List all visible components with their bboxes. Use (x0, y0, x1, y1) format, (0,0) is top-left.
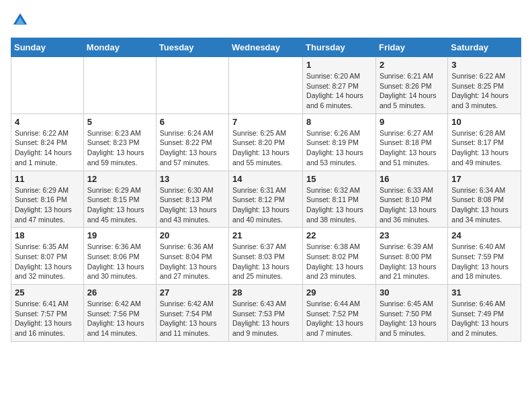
day-number: 27 (160, 287, 225, 298)
day-info: Sunrise: 6:29 AM Sunset: 8:15 PM Dayligh… (87, 185, 152, 225)
day-of-week-header: Tuesday (156, 38, 228, 57)
day-number: 7 (232, 117, 299, 127)
day-number: 13 (160, 174, 225, 184)
day-info: Sunrise: 6:28 AM Sunset: 8:17 PM Dayligh… (451, 128, 517, 168)
calendar-day-cell: 23Sunrise: 6:39 AM Sunset: 8:00 PM Dayli… (375, 228, 447, 285)
day-number: 18 (15, 230, 80, 240)
day-info: Sunrise: 6:21 AM Sunset: 8:26 PM Dayligh… (380, 71, 444, 111)
day-number: 24 (451, 230, 517, 240)
day-info: Sunrise: 6:27 AM Sunset: 8:18 PM Dayligh… (380, 128, 444, 168)
day-number: 28 (232, 287, 299, 298)
day-number: 26 (87, 287, 152, 298)
calendar-day-cell (229, 57, 303, 114)
calendar-day-cell (83, 57, 156, 114)
day-number: 6 (160, 117, 225, 127)
day-number: 9 (380, 117, 444, 127)
logo (11, 11, 32, 30)
calendar-week-row: 25Sunrise: 6:41 AM Sunset: 7:57 PM Dayli… (11, 285, 521, 342)
day-of-week-header: Wednesday (229, 38, 303, 57)
calendar-day-cell: 3Sunrise: 6:22 AM Sunset: 8:25 PM Daylig… (448, 57, 521, 114)
calendar-day-cell: 8Sunrise: 6:26 AM Sunset: 8:19 PM Daylig… (303, 113, 376, 171)
calendar-day-cell: 14Sunrise: 6:31 AM Sunset: 8:12 PM Dayli… (229, 171, 303, 228)
calendar-day-cell: 21Sunrise: 6:37 AM Sunset: 8:03 PM Dayli… (229, 228, 303, 285)
day-number: 19 (87, 230, 152, 240)
calendar-day-cell: 26Sunrise: 6:42 AM Sunset: 7:56 PM Dayli… (83, 285, 156, 342)
day-info: Sunrise: 6:41 AM Sunset: 7:57 PM Dayligh… (15, 299, 80, 338)
calendar-day-cell: 2Sunrise: 6:21 AM Sunset: 8:26 PM Daylig… (375, 57, 447, 114)
calendar-body: 1Sunrise: 6:20 AM Sunset: 8:27 PM Daylig… (11, 57, 521, 342)
day-number: 20 (160, 230, 225, 240)
day-number: 5 (87, 117, 152, 127)
day-info: Sunrise: 6:44 AM Sunset: 7:52 PM Dayligh… (306, 299, 372, 338)
day-of-week-header: Friday (375, 38, 447, 57)
calendar-day-cell: 7Sunrise: 6:25 AM Sunset: 8:20 PM Daylig… (229, 113, 303, 171)
day-info: Sunrise: 6:36 AM Sunset: 8:06 PM Dayligh… (87, 242, 152, 281)
day-info: Sunrise: 6:42 AM Sunset: 7:54 PM Dayligh… (160, 299, 225, 338)
day-info: Sunrise: 6:26 AM Sunset: 8:19 PM Dayligh… (306, 128, 372, 168)
calendar-day-cell (11, 57, 84, 114)
calendar-day-cell: 17Sunrise: 6:34 AM Sunset: 8:08 PM Dayli… (448, 171, 521, 228)
calendar-day-cell: 20Sunrise: 6:36 AM Sunset: 8:04 PM Dayli… (156, 228, 228, 285)
day-number: 4 (15, 117, 80, 127)
calendar-day-cell: 13Sunrise: 6:30 AM Sunset: 8:13 PM Dayli… (156, 171, 228, 228)
calendar-day-cell: 16Sunrise: 6:33 AM Sunset: 8:10 PM Dayli… (375, 171, 447, 228)
day-info: Sunrise: 6:34 AM Sunset: 8:08 PM Dayligh… (451, 185, 517, 225)
day-number: 3 (451, 60, 517, 70)
calendar-day-cell: 31Sunrise: 6:46 AM Sunset: 7:49 PM Dayli… (448, 285, 521, 342)
day-of-week-header: Monday (83, 38, 156, 57)
day-info: Sunrise: 6:37 AM Sunset: 8:03 PM Dayligh… (232, 242, 299, 281)
day-number: 30 (380, 287, 444, 298)
day-number: 11 (15, 174, 80, 184)
calendar-week-row: 1Sunrise: 6:20 AM Sunset: 8:27 PM Daylig… (11, 57, 521, 114)
calendar-header: SundayMondayTuesdayWednesdayThursdayFrid… (11, 38, 521, 57)
calendar-day-cell: 15Sunrise: 6:32 AM Sunset: 8:11 PM Dayli… (303, 171, 376, 228)
day-info: Sunrise: 6:33 AM Sunset: 8:10 PM Dayligh… (380, 185, 444, 225)
day-info: Sunrise: 6:36 AM Sunset: 8:04 PM Dayligh… (160, 242, 225, 281)
calendar-day-cell: 24Sunrise: 6:40 AM Sunset: 7:59 PM Dayli… (448, 228, 521, 285)
calendar-week-row: 11Sunrise: 6:29 AM Sunset: 8:16 PM Dayli… (11, 171, 521, 228)
day-info: Sunrise: 6:43 AM Sunset: 7:53 PM Dayligh… (232, 299, 299, 338)
calendar-day-cell: 22Sunrise: 6:38 AM Sunset: 8:02 PM Dayli… (303, 228, 376, 285)
day-number: 17 (451, 174, 517, 184)
day-number: 23 (380, 230, 444, 240)
calendar-day-cell: 10Sunrise: 6:28 AM Sunset: 8:17 PM Dayli… (448, 113, 521, 171)
calendar-week-row: 18Sunrise: 6:35 AM Sunset: 8:07 PM Dayli… (11, 228, 521, 285)
day-info: Sunrise: 6:22 AM Sunset: 8:25 PM Dayligh… (451, 71, 517, 111)
calendar-day-cell: 5Sunrise: 6:23 AM Sunset: 8:23 PM Daylig… (83, 113, 156, 171)
day-info: Sunrise: 6:45 AM Sunset: 7:50 PM Dayligh… (380, 299, 444, 338)
day-of-week-header: Thursday (303, 38, 376, 57)
calendar-day-cell: 25Sunrise: 6:41 AM Sunset: 7:57 PM Dayli… (11, 285, 84, 342)
day-info: Sunrise: 6:42 AM Sunset: 7:56 PM Dayligh… (87, 299, 152, 338)
day-number: 2 (380, 60, 444, 70)
day-number: 15 (306, 174, 372, 184)
header (11, 11, 521, 30)
day-info: Sunrise: 6:46 AM Sunset: 7:49 PM Dayligh… (451, 299, 517, 338)
calendar-day-cell: 11Sunrise: 6:29 AM Sunset: 8:16 PM Dayli… (11, 171, 84, 228)
day-info: Sunrise: 6:35 AM Sunset: 8:07 PM Dayligh… (15, 242, 80, 281)
day-info: Sunrise: 6:22 AM Sunset: 8:24 PM Dayligh… (15, 128, 80, 168)
calendar-day-cell: 29Sunrise: 6:44 AM Sunset: 7:52 PM Dayli… (303, 285, 376, 342)
day-number: 16 (380, 174, 444, 184)
calendar-day-cell: 1Sunrise: 6:20 AM Sunset: 8:27 PM Daylig… (303, 57, 376, 114)
day-info: Sunrise: 6:25 AM Sunset: 8:20 PM Dayligh… (232, 128, 299, 168)
calendar-day-cell: 18Sunrise: 6:35 AM Sunset: 8:07 PM Dayli… (11, 228, 84, 285)
calendar-week-row: 4Sunrise: 6:22 AM Sunset: 8:24 PM Daylig… (11, 113, 521, 171)
day-of-week-header: Saturday (448, 38, 521, 57)
calendar-day-cell: 27Sunrise: 6:42 AM Sunset: 7:54 PM Dayli… (156, 285, 228, 342)
calendar-day-cell: 12Sunrise: 6:29 AM Sunset: 8:15 PM Dayli… (83, 171, 156, 228)
day-number: 8 (306, 117, 372, 127)
day-info: Sunrise: 6:23 AM Sunset: 8:23 PM Dayligh… (87, 128, 152, 168)
day-info: Sunrise: 6:29 AM Sunset: 8:16 PM Dayligh… (15, 185, 80, 225)
calendar-table: SundayMondayTuesdayWednesdayThursdayFrid… (11, 38, 521, 342)
day-info: Sunrise: 6:32 AM Sunset: 8:11 PM Dayligh… (306, 185, 372, 225)
day-of-week-header: Sunday (11, 38, 84, 57)
day-info: Sunrise: 6:31 AM Sunset: 8:12 PM Dayligh… (232, 185, 299, 225)
day-info: Sunrise: 6:39 AM Sunset: 8:00 PM Dayligh… (380, 242, 444, 281)
day-number: 1 (306, 60, 372, 70)
calendar-day-cell: 19Sunrise: 6:36 AM Sunset: 8:06 PM Dayli… (83, 228, 156, 285)
calendar-day-cell: 28Sunrise: 6:43 AM Sunset: 7:53 PM Dayli… (229, 285, 303, 342)
day-info: Sunrise: 6:30 AM Sunset: 8:13 PM Dayligh… (160, 185, 225, 225)
day-info: Sunrise: 6:24 AM Sunset: 8:22 PM Dayligh… (160, 128, 225, 168)
calendar-day-cell: 9Sunrise: 6:27 AM Sunset: 8:18 PM Daylig… (375, 113, 447, 171)
calendar-day-cell: 6Sunrise: 6:24 AM Sunset: 8:22 PM Daylig… (156, 113, 228, 171)
